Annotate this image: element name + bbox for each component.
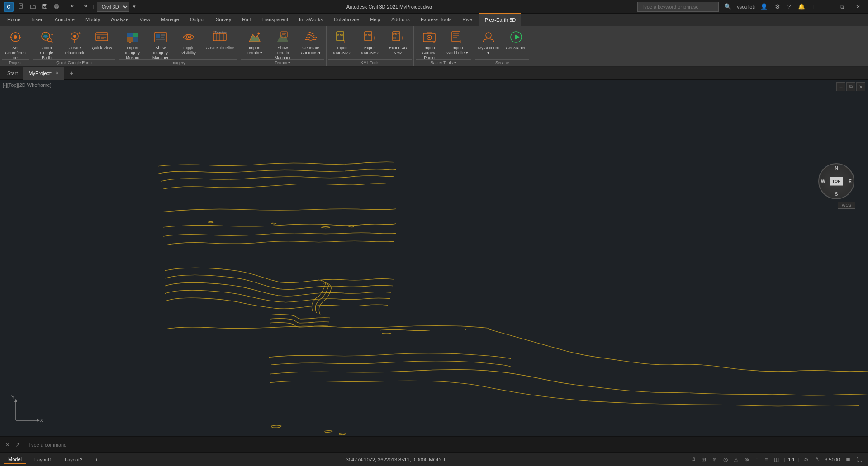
new-btn[interactable] bbox=[16, 2, 26, 11]
status-snap-btn[interactable]: ⊞ bbox=[699, 456, 708, 464]
workspace-select[interactable]: Civil 3D bbox=[97, 2, 129, 12]
tab-survey[interactable]: Survey bbox=[210, 13, 237, 26]
svg-point-68 bbox=[486, 33, 491, 38]
status-dynin-btn[interactable]: ↕ bbox=[753, 456, 760, 464]
add-doc-tab-btn[interactable]: + bbox=[64, 67, 79, 80]
search-input[interactable] bbox=[637, 2, 719, 12]
svg-rect-37 bbox=[161, 37, 164, 38]
generate-contours-btn[interactable]: Generate Contours ▾ bbox=[297, 28, 324, 59]
get-started-btn[interactable]: Get Started bbox=[503, 28, 529, 59]
undo-btn[interactable] bbox=[68, 2, 78, 11]
command-input[interactable] bbox=[28, 442, 864, 447]
status-fullscreen-btn[interactable]: ⛶ bbox=[854, 456, 864, 464]
status-otrack-btn[interactable]: ⊗ bbox=[742, 456, 751, 464]
viewport-restore-btn[interactable]: ⧉ bbox=[846, 82, 855, 91]
status-tab-layout2[interactable]: Layout2 bbox=[60, 456, 87, 463]
info-icon-btn[interactable]: ? bbox=[786, 2, 792, 11]
cmd-close-btn[interactable]: ✕ bbox=[4, 441, 12, 449]
tab-annotate[interactable]: Annotate bbox=[49, 13, 80, 26]
svg-rect-30 bbox=[133, 33, 138, 37]
close-doc-tab-btn[interactable]: ✕ bbox=[55, 71, 59, 75]
toggle-visibility-label: Toggle Visibility bbox=[178, 46, 199, 56]
tab-transparent[interactable]: Transparent bbox=[256, 13, 294, 26]
get-started-label: Get Started bbox=[506, 46, 526, 51]
doc-tab-myproject[interactable]: MyProject* ✕ bbox=[23, 67, 64, 80]
import-imagery-label: Import Imagery Mosaic bbox=[122, 46, 143, 60]
set-georeference-btn[interactable]: Set Georeference bbox=[2, 28, 29, 59]
doc-tab-start[interactable]: Start bbox=[2, 67, 23, 80]
compass-south: S bbox=[835, 192, 838, 197]
compass-west: W bbox=[821, 179, 825, 184]
minimize-btn[interactable]: ─ bbox=[819, 2, 832, 12]
open-btn[interactable] bbox=[28, 2, 38, 11]
status-settings-btn[interactable]: ⚙ bbox=[802, 456, 811, 464]
tab-home[interactable]: Home bbox=[2, 13, 26, 26]
search-icon-btn[interactable]: 🔍 bbox=[722, 2, 733, 11]
svg-rect-36 bbox=[161, 34, 165, 36]
viewport-minimize-btn[interactable]: ─ bbox=[836, 82, 845, 91]
import-terrain-btn[interactable]: + Import Terrain ▾ bbox=[241, 28, 268, 59]
tab-manage[interactable]: Manage bbox=[156, 13, 185, 26]
tab-plexearth[interactable]: Plex-Earth 5D bbox=[479, 13, 521, 26]
create-placemark-btn[interactable]: + Create Placemark bbox=[61, 28, 88, 59]
svg-marker-70 bbox=[515, 34, 520, 40]
status-polar-btn[interactable]: ◎ bbox=[721, 456, 730, 464]
tab-addons[interactable]: Add-ons bbox=[386, 13, 415, 26]
ribbon-group-quick-google-earth: + Zoom Google Earth + Create Placemark bbox=[31, 26, 117, 66]
wcs-btn[interactable]: WCS bbox=[838, 202, 855, 209]
import-world-file-btn[interactable]: + Import World File ▾ bbox=[444, 28, 471, 59]
status-tab-model[interactable]: Model bbox=[4, 456, 26, 464]
tab-rail[interactable]: Rail bbox=[237, 13, 256, 26]
tab-express[interactable]: Express Tools bbox=[415, 13, 457, 26]
status-tp-btn[interactable]: ◫ bbox=[772, 456, 781, 464]
ribbon-group-raster-tools: + Import Camera Photo + Import World Fil… bbox=[414, 26, 473, 66]
bell-icon-btn[interactable]: 🔔 bbox=[796, 2, 807, 11]
tab-river[interactable]: River bbox=[457, 13, 479, 26]
user-icon-btn[interactable]: 👤 bbox=[759, 2, 769, 11]
close-btn[interactable]: ✕ bbox=[852, 2, 864, 12]
cmd-arrow-btn[interactable]: ↗ bbox=[14, 441, 22, 449]
export-kml-btn[interactable]: KML Export KML/KMZ bbox=[356, 28, 384, 59]
tab-view[interactable]: View bbox=[134, 13, 156, 26]
status-lineweight-btn[interactable]: ≡ bbox=[762, 456, 770, 464]
tab-insert[interactable]: Insert bbox=[26, 13, 49, 26]
status-osnap-btn[interactable]: △ bbox=[732, 456, 740, 464]
zoom-google-earth-btn[interactable]: + Zoom Google Earth bbox=[33, 28, 60, 59]
save-btn[interactable] bbox=[40, 2, 50, 11]
tab-modify[interactable]: Modify bbox=[80, 13, 105, 26]
group-kml-title: KML Tools bbox=[328, 59, 412, 66]
quick-view-btn[interactable]: Quick View bbox=[89, 28, 115, 59]
show-imagery-manager-btn[interactable]: Show Imagery Manager bbox=[147, 28, 174, 59]
compass-top-btn[interactable]: TOP bbox=[830, 177, 843, 186]
viewport[interactable]: [-][Top][2D Wireframe] ─ ⧉ ✕ bbox=[0, 80, 868, 436]
tab-output[interactable]: Output bbox=[185, 13, 210, 26]
status-workspace-btn[interactable]: ≣ bbox=[844, 456, 853, 464]
my-account-btn[interactable]: My Account ▾ bbox=[475, 28, 502, 59]
import-imagery-mosaic-btn[interactable]: + Import Imagery Mosaic bbox=[119, 28, 146, 59]
print-btn[interactable] bbox=[52, 2, 62, 11]
status-ortho-btn[interactable]: ⊕ bbox=[710, 456, 719, 464]
svg-text:KML: KML bbox=[365, 33, 373, 37]
status-right-controls: # ⊞ ⊕ ◎ △ ⊗ ↕ ≡ ◫ | 1:1 | ⚙ A 3.5000 ≣ ⛶ bbox=[690, 456, 864, 464]
settings-icon-btn[interactable]: ⚙ bbox=[773, 2, 782, 11]
import-kml-btn[interactable]: KML + Import KML/KMZ bbox=[328, 28, 356, 59]
tab-help[interactable]: Help bbox=[365, 13, 386, 26]
create-timeline-btn[interactable]: ∞ Timeviews Create Timeline bbox=[203, 28, 237, 59]
import-camera-photo-btn[interactable]: + Import Camera Photo bbox=[416, 28, 443, 59]
add-layout-btn[interactable]: + bbox=[90, 456, 102, 463]
workspace-dropdown-btn[interactable]: ▾ bbox=[131, 3, 138, 10]
export-3dkmz-btn[interactable]: KMZ 3D Export 3D KMZ bbox=[384, 28, 412, 59]
status-tab-layout1[interactable]: Layout1 bbox=[30, 456, 57, 463]
status-grid-btn[interactable]: # bbox=[690, 456, 698, 464]
ribbon-panel: Set Georeference Project + Zoom Googl bbox=[0, 26, 868, 67]
status-annotation-scale-btn[interactable]: A bbox=[813, 456, 821, 464]
redo-btn[interactable] bbox=[80, 2, 90, 11]
quick-view-label: Quick View bbox=[92, 46, 112, 51]
toggle-visibility-btn[interactable]: Toggle Visibility bbox=[175, 28, 202, 59]
tab-collaborate[interactable]: Collaborate bbox=[328, 13, 365, 26]
tab-analyze[interactable]: Analyze bbox=[105, 13, 134, 26]
tab-infraworks[interactable]: InfraWorks bbox=[294, 13, 328, 26]
show-terrain-manager-btn[interactable]: Show Terrain Manager bbox=[269, 28, 296, 59]
restore-btn[interactable]: ⧉ bbox=[835, 2, 848, 12]
viewport-close-btn[interactable]: ✕ bbox=[856, 82, 865, 91]
